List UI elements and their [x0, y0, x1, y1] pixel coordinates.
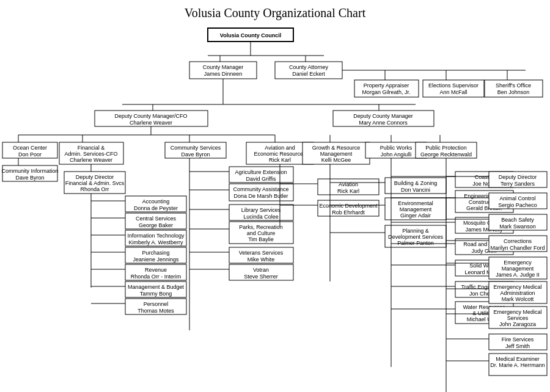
svg-text:George Baker: George Baker [139, 222, 173, 228]
svg-text:Palmer Panton: Palmer Panton [397, 240, 434, 246]
svg-text:George Recktenwald: George Recktenwald [420, 151, 472, 158]
svg-text:James A. Judge II: James A. Judge II [496, 272, 540, 278]
svg-text:Aviation and: Aviation and [265, 145, 295, 151]
svg-text:Medical Examiner: Medical Examiner [496, 356, 540, 362]
svg-text:Tammy Bong: Tammy Bong [140, 291, 172, 297]
svg-text:Dave Byron: Dave Byron [15, 175, 44, 181]
svg-text:Economic Resources: Economic Resources [254, 151, 306, 157]
svg-text:Emergency: Emergency [504, 260, 532, 266]
svg-text:Rhonda Orr - Interim: Rhonda Orr - Interim [131, 274, 182, 280]
svg-text:Planning &: Planning & [402, 228, 429, 234]
svg-text:Economic Development: Economic Development [319, 203, 378, 209]
svg-text:Agriculture Extension: Agriculture Extension [235, 169, 287, 175]
svg-text:Central Services: Central Services [136, 216, 177, 222]
svg-text:Environmental: Environmental [398, 200, 433, 206]
svg-text:Tim Baylie: Tim Baylie [248, 236, 274, 242]
svg-text:Management & Budget: Management & Budget [128, 284, 185, 290]
page-title: Volusia County Organizational Chart [0, 0, 550, 25]
svg-text:Mike White: Mike White [248, 256, 275, 263]
svg-text:David Griffis: David Griffis [246, 176, 276, 182]
svg-text:Emergency Medical: Emergency Medical [493, 284, 541, 290]
svg-text:Votran: Votran [253, 267, 269, 273]
svg-text:Information Technology: Information Technology [128, 233, 185, 239]
svg-text:and Culture: and Culture [247, 230, 276, 236]
svg-text:Emergency Medical: Emergency Medical [493, 309, 541, 315]
svg-text:Morgan Gilreath, Jr.: Morgan Gilreath, Jr. [362, 89, 410, 95]
svg-text:Rhonda Orr: Rhonda Orr [80, 186, 109, 192]
svg-text:Sheriff's Office: Sheriff's Office [496, 82, 531, 89]
svg-text:Management: Management [320, 151, 353, 157]
svg-text:Kimberly A. Westberry: Kimberly A. Westberry [129, 239, 183, 245]
svg-text:Community Assistance: Community Assistance [233, 186, 288, 192]
svg-text:Parks, Recreation: Parks, Recreation [239, 224, 283, 230]
svg-text:Management: Management [502, 266, 534, 272]
svg-text:Financial & Admin. Svcs: Financial & Admin. Svcs [65, 180, 125, 186]
svg-text:John Angiulli: John Angiulli [381, 151, 412, 158]
svg-text:Don Poor: Don Poor [18, 151, 42, 158]
svg-text:Volusia County Council: Volusia County Council [220, 32, 281, 38]
svg-text:Kelli McGee: Kelli McGee [321, 157, 351, 163]
svg-text:James Dinneen: James Dinneen [204, 71, 243, 77]
svg-text:Ginger Adair: Ginger Adair [400, 212, 431, 219]
svg-text:Community Services: Community Services [170, 145, 221, 151]
svg-text:Elections Supervisor: Elections Supervisor [428, 82, 479, 89]
svg-text:Community Information: Community Information [1, 168, 58, 174]
svg-text:Jeaniene Jennings: Jeaniene Jennings [133, 256, 179, 263]
svg-text:Rick Karl: Rick Karl [269, 157, 291, 163]
svg-text:Daniel Eckert: Daniel Eckert [292, 71, 325, 77]
svg-text:Lucinda Colee: Lucinda Colee [243, 214, 279, 220]
svg-text:Mark Wolcott: Mark Wolcott [502, 296, 534, 302]
svg-text:Property Appraiser: Property Appraiser [364, 82, 409, 89]
svg-text:Deputy Director: Deputy Director [76, 174, 114, 180]
svg-text:Charlene Weaver: Charlene Weaver [130, 120, 172, 126]
svg-text:County Attorney: County Attorney [289, 64, 329, 70]
svg-text:Services: Services [507, 315, 529, 321]
org-chart: Volusia County Council County Manager Ja… [0, 25, 550, 392]
svg-text:Fire Services: Fire Services [502, 336, 534, 343]
svg-text:Animal Control: Animal Control [499, 195, 535, 201]
svg-text:Sergio Pacheco: Sergio Pacheco [498, 202, 537, 208]
svg-text:Personnel: Personnel [144, 301, 169, 307]
svg-text:John Zaragoza: John Zaragoza [499, 321, 536, 327]
svg-text:Jeff Smith: Jeff Smith [505, 343, 530, 349]
svg-text:Mark Swanson: Mark Swanson [499, 223, 536, 230]
svg-text:Marilyn Chandler Ford: Marilyn Chandler Ford [490, 245, 544, 251]
svg-text:Revenue: Revenue [145, 267, 167, 273]
svg-text:Administration: Administration [500, 290, 535, 296]
svg-text:Management: Management [400, 206, 432, 212]
svg-text:Terry Sanders: Terry Sanders [501, 181, 535, 187]
svg-text:Development Services: Development Services [388, 234, 444, 240]
svg-text:Ann McFall: Ann McFall [439, 89, 467, 95]
svg-text:County Manager: County Manager [203, 64, 244, 70]
svg-text:Growth & Resource: Growth & Resource [312, 145, 361, 151]
svg-text:Ben Johnson: Ben Johnson [497, 89, 530, 95]
svg-text:Don Vancini: Don Vancini [401, 187, 430, 193]
svg-text:Building & Zoning: Building & Zoning [394, 180, 438, 186]
svg-text:Beach Safety: Beach Safety [501, 217, 534, 223]
svg-text:Deputy Director: Deputy Director [499, 174, 537, 180]
svg-text:Financial &: Financial & [78, 145, 105, 151]
svg-text:Deputy County Manager/CFO: Deputy County Manager/CFO [114, 113, 187, 119]
svg-text:Dave Byron: Dave Byron [181, 151, 210, 158]
svg-text:Veterans Services: Veterans Services [239, 250, 284, 256]
svg-text:Donna de Peyster: Donna de Peyster [134, 205, 178, 211]
svg-text:Corrections: Corrections [504, 238, 532, 244]
svg-text:Ocean Center: Ocean Center [13, 145, 47, 151]
svg-text:Public Protection: Public Protection [425, 145, 467, 151]
svg-text:Steve Sherrer: Steve Sherrer [244, 274, 278, 280]
svg-text:Thomas Motes: Thomas Motes [138, 308, 174, 314]
svg-text:Rob Ehrhardt: Rob Ehrhardt [332, 209, 365, 216]
svg-text:Admin. Services-CFO: Admin. Services-CFO [64, 151, 117, 157]
svg-text:Rick Karl: Rick Karl [337, 188, 359, 194]
svg-text:Library Services: Library Services [241, 207, 281, 213]
svg-text:Dr. Marie A. Herrmann: Dr. Marie A. Herrmann [490, 362, 545, 368]
svg-text:Charlene Weaver: Charlene Weaver [70, 157, 112, 163]
svg-text:Public Works: Public Works [380, 145, 413, 151]
svg-text:Purchasing: Purchasing [142, 250, 169, 256]
svg-text:Accounting: Accounting [142, 198, 170, 205]
svg-text:Deputy County Manager: Deputy County Manager [353, 113, 413, 119]
svg-text:Mary Anne Connors: Mary Anne Connors [359, 120, 408, 126]
